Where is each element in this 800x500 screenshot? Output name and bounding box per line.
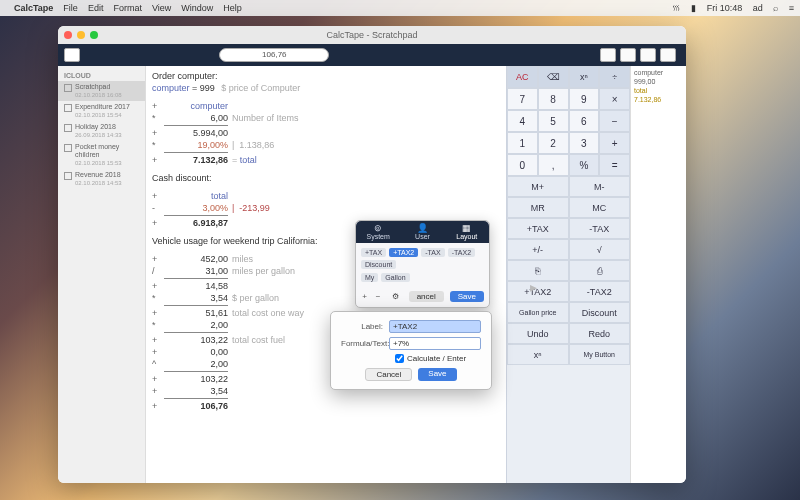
app-menu[interactable]: CalcTape	[14, 3, 53, 13]
chip-mtax[interactable]: -TAX	[421, 248, 444, 257]
key-redo[interactable]: Redo	[569, 323, 631, 344]
key-discount[interactable]: Discount	[569, 302, 631, 323]
key-pow2[interactable]: xⁿ	[507, 344, 569, 365]
key-mtax[interactable]: -TAX	[569, 218, 631, 239]
key-backspace[interactable]: ⌫	[538, 66, 569, 88]
var-total[interactable]: total	[634, 86, 683, 95]
calculate-checkbox[interactable]	[395, 354, 404, 363]
var-computer[interactable]: computer	[634, 68, 683, 77]
key-mminus[interactable]: M-	[569, 176, 631, 197]
key-ac[interactable]: AC	[507, 66, 538, 88]
key-power[interactable]: xⁿ	[569, 66, 600, 88]
sidebar-item-holiday[interactable]: Holiday 201826.09.2018 14:33	[58, 121, 145, 141]
key-5[interactable]: 5	[538, 110, 569, 132]
key-mplus[interactable]: M+	[507, 176, 569, 197]
key-8[interactable]: 8	[538, 88, 569, 110]
key-sqrt[interactable]: √	[569, 239, 631, 260]
sidebar-item-revenue[interactable]: Revenue 201802.10.2018 14:53	[58, 169, 145, 189]
key-6[interactable]: 6	[569, 110, 600, 132]
toolbar-btn-a[interactable]	[600, 48, 616, 62]
key-multiply[interactable]: ×	[599, 88, 630, 110]
variables-panel: computer 999,00 total 7.132,86	[630, 66, 686, 483]
remove-button[interactable]: −	[374, 292, 381, 301]
doc-icon	[64, 172, 72, 180]
toolbar-btn-c[interactable]	[640, 48, 656, 62]
mac-menubar: CalcTape File Edit Format View Window He…	[0, 0, 800, 16]
chip-ptax[interactable]: +TAX	[361, 248, 386, 257]
label-input[interactable]: +TAX2	[389, 320, 481, 333]
chip-discount[interactable]: Discount	[361, 260, 396, 269]
window-title: CalcTape - Scratchpad	[58, 30, 686, 40]
wifi-icon[interactable]: ᯾	[672, 3, 681, 13]
key-0[interactable]: 0	[507, 154, 538, 176]
menu-icon[interactable]: ≡	[789, 3, 794, 13]
menubar-right: ᯾ ▮ Fri 10:48 ad ⌕ ≡	[664, 3, 794, 13]
doc-icon	[64, 124, 72, 132]
key-paste[interactable]: ⎙	[569, 260, 631, 281]
key-percent[interactable]: %	[569, 154, 600, 176]
sidebar-toggle-button[interactable]	[64, 48, 80, 62]
key-copy[interactable]: ⎘	[507, 260, 569, 281]
toolbar-btn-b[interactable]	[620, 48, 636, 62]
doc-icon	[64, 104, 72, 112]
key-plus[interactable]: +	[599, 132, 630, 154]
titlebar[interactable]: CalcTape - Scratchpad	[58, 26, 686, 44]
layout-icon: ▦	[445, 224, 489, 233]
cancel-button[interactable]: Cancel	[365, 368, 412, 381]
sidebar-item-expenditure[interactable]: Expenditure 201702.10.2018 15:54	[58, 101, 145, 121]
battery-icon[interactable]: ▮	[691, 3, 696, 13]
key-9[interactable]: 9	[569, 88, 600, 110]
clock[interactable]: Fri 10:48	[707, 3, 743, 13]
key-2[interactable]: 2	[538, 132, 569, 154]
sidebar-section: ICLOUD	[58, 70, 145, 81]
chip-my[interactable]: My	[361, 273, 378, 282]
menu-edit[interactable]: Edit	[88, 3, 104, 13]
key-divide[interactable]: ÷	[599, 66, 630, 88]
formula-input[interactable]: +7%	[389, 337, 481, 350]
tab-system[interactable]: ⊚System	[356, 221, 400, 243]
key-mc[interactable]: MC	[569, 197, 631, 218]
add-button[interactable]: +	[361, 292, 368, 301]
key-equals[interactable]: =	[599, 154, 630, 176]
key-mybutton[interactable]: My Button	[569, 344, 631, 365]
system-icon: ⊚	[356, 224, 400, 233]
key-3[interactable]: 3	[569, 132, 600, 154]
menu-help[interactable]: Help	[223, 3, 242, 13]
key-ptax[interactable]: +TAX	[507, 218, 569, 239]
key-sign[interactable]: +/-	[507, 239, 569, 260]
sidebar: ICLOUD Scratchpad02.10.2018 16:08 Expend…	[58, 66, 146, 483]
menu-file[interactable]: File	[63, 3, 78, 13]
toolbar: 106,76	[58, 44, 686, 66]
user-name[interactable]: ad	[753, 3, 763, 13]
chip-mtax2[interactable]: -TAX2	[448, 248, 475, 257]
key-minus[interactable]: −	[599, 110, 630, 132]
chip-gallon[interactable]: Gallon	[381, 273, 409, 282]
user-icon: 👤	[400, 224, 444, 233]
popover-cancel[interactable]: ancel	[409, 291, 444, 302]
menu-view[interactable]: View	[152, 3, 171, 13]
toolbar-btn-d[interactable]	[660, 48, 676, 62]
search-icon[interactable]: ⌕	[773, 3, 778, 13]
key-ptax2[interactable]: +TAX2	[507, 281, 569, 302]
tab-user[interactable]: 👤User	[400, 221, 444, 243]
key-4[interactable]: 4	[507, 110, 538, 132]
menu-window[interactable]: Window	[181, 3, 213, 13]
keypad: AC ⌫ xⁿ ÷ 7 8 9 × 4 5 6 − 1 2 3 + 0 , % …	[506, 66, 630, 483]
key-mtax2[interactable]: -TAX2	[569, 281, 631, 302]
key-mr[interactable]: MR	[507, 197, 569, 218]
key-gallon[interactable]: Gallon price	[507, 302, 569, 323]
sidebar-item-pocket[interactable]: Pocket money children02.10.2018 15:53	[58, 141, 145, 169]
popover-save[interactable]: Save	[450, 291, 484, 302]
sidebar-item-scratchpad[interactable]: Scratchpad02.10.2018 16:08	[58, 81, 145, 101]
save-button[interactable]: Save	[418, 368, 456, 381]
gear-icon[interactable]: ⚙	[392, 292, 399, 301]
chip-ptax2[interactable]: +TAX2	[389, 248, 418, 257]
tab-layout[interactable]: ▦Layout	[445, 221, 489, 243]
doc-icon	[64, 84, 72, 92]
key-7[interactable]: 7	[507, 88, 538, 110]
key-undo[interactable]: Undo	[507, 323, 569, 344]
key-1[interactable]: 1	[507, 132, 538, 154]
key-comma[interactable]: ,	[538, 154, 569, 176]
menu-format[interactable]: Format	[113, 3, 142, 13]
result-field[interactable]: 106,76	[219, 48, 329, 62]
